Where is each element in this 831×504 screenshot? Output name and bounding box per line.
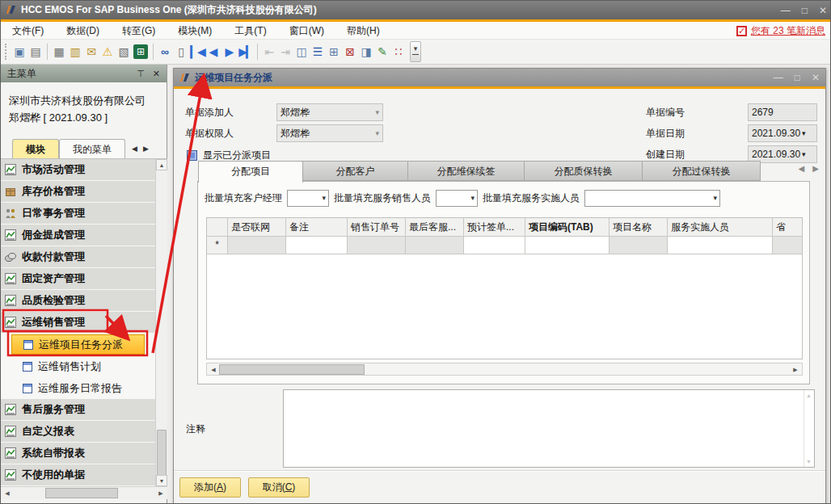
app-minimize-button[interactable]: — — [781, 5, 791, 16]
scrollbar-thumb[interactable] — [219, 364, 365, 375]
sidebar-vertical-scrollbar[interactable]: ▲ ▼ — [155, 159, 167, 486]
sidebar-item-ops-task-dispatch[interactable]: 运维项目任务分派 — [11, 334, 145, 355]
sidebar-item-quality-inspection[interactable]: 品质检验管理 — [1, 290, 167, 312]
doc-adder-combo[interactable]: 郑熠桦 ▾ — [276, 103, 383, 121]
mail-icon[interactable]: ✉ — [83, 44, 99, 60]
scroll-left-icon[interactable]: ◀ — [2, 488, 13, 498]
scroll-left-icon[interactable]: ◀ — [208, 364, 219, 375]
add-button[interactable]: 添加(A) — [179, 477, 241, 498]
app-maximize-button[interactable]: □ — [802, 5, 808, 16]
doc-owner-combo[interactable]: 郑熠桦 ▾ — [276, 124, 383, 142]
column-project-code[interactable]: 项目编码(TAB) — [525, 218, 610, 237]
grid-settings-icon[interactable]: ∷ — [390, 44, 407, 60]
link-next-icon[interactable]: ⇥ — [277, 44, 293, 60]
table-view-icon[interactable]: ⊞ — [326, 44, 342, 60]
chart-edit-icon[interactable]: ✎ — [374, 44, 390, 60]
warning-icon[interactable]: ⚠ — [99, 44, 116, 60]
menu-data[interactable]: 数据(D) — [55, 22, 111, 40]
scroll-down-icon[interactable]: ▼ — [156, 475, 167, 486]
sidebar-item-ops-sales-plan[interactable]: 运维销售计划 — [1, 355, 167, 377]
next-record-icon[interactable]: ▶ — [221, 44, 238, 60]
tab-my-menu[interactable]: 我的菜单 — [59, 139, 125, 158]
dialog-close-button[interactable]: ✕ — [812, 72, 820, 83]
pin-icon[interactable]: ⊤ — [137, 69, 145, 79]
notepad-icon[interactable]: ▥ — [67, 44, 83, 60]
sidebar-item-system-reports[interactable]: 系统自带报表 — [1, 443, 167, 464]
batch-fill-manager-combo[interactable]: ▾ — [287, 190, 329, 207]
menu-modules[interactable]: 模块(M) — [167, 22, 223, 40]
menu-file[interactable]: 文件(F) — [1, 22, 55, 40]
sidebar-item-unused-documents[interactable]: 不使用的单据 — [1, 464, 167, 486]
dialog-maximize-button[interactable]: □ — [795, 72, 800, 83]
table-horizontal-scrollbar[interactable]: ◀ ▶ — [206, 363, 803, 376]
sidebar-item-fixed-assets[interactable]: 固定资产管理 — [1, 268, 167, 290]
row-marker[interactable]: * — [207, 237, 228, 254]
column-last-service[interactable]: 最后客服... — [406, 218, 464, 237]
org-chart-icon[interactable]: ◫ — [293, 44, 310, 60]
table-edit-icon[interactable]: ⊠ — [342, 44, 358, 60]
sidebar-item-custom-reports[interactable]: 自定义报表 — [1, 421, 167, 443]
show-assigned-checkbox[interactable] — [187, 150, 197, 161]
tab-modules[interactable]: 模块 — [12, 139, 59, 158]
column-remark[interactable]: 备注 — [286, 218, 348, 237]
sidebar-tab-next-icon[interactable]: ▶ — [143, 145, 149, 153]
app-close-button[interactable]: ✕ — [819, 5, 827, 16]
dialog-minimize-button[interactable]: — — [774, 72, 783, 83]
cancel-button[interactable]: 取消(C) — [248, 477, 310, 498]
remarks-textarea[interactable]: ▲ ▼ — [283, 389, 815, 468]
scrollbar-thumb[interactable] — [45, 488, 118, 498]
tab-scroll-left-icon[interactable]: ◀ — [799, 164, 805, 173]
menu-help[interactable]: 帮助(H) — [335, 22, 391, 40]
cell-expected-sign[interactable] — [464, 237, 525, 254]
column-online[interactable]: 是否联网 — [228, 218, 286, 237]
batch-fill-implementer-combo[interactable]: ▾ — [584, 190, 720, 207]
tab-scroll-right-icon[interactable]: ▶ — [812, 164, 819, 173]
sidebar-tab-prev-icon[interactable]: ◀ — [132, 145, 137, 153]
toolbar-grip[interactable] — [5, 44, 9, 60]
sidebar-item-market-activity[interactable]: 市场活动管理 — [1, 159, 167, 181]
new-document-icon[interactable]: ▯ — [173, 44, 189, 60]
phone-icon[interactable]: ▦ — [51, 44, 67, 60]
sidebar-item-daily-affairs[interactable]: 日常事务管理 — [1, 203, 167, 225]
last-record-icon[interactable]: ▶▎ — [238, 44, 254, 60]
scroll-down-icon[interactable]: ▼ — [806, 459, 812, 464]
cell-remark[interactable] — [286, 237, 348, 254]
print-icon[interactable]: ▤ — [27, 44, 44, 60]
remarks-scrollbar[interactable]: ▲ ▼ — [804, 390, 814, 467]
sidebar-item-payments[interactable]: 收款付款管理 — [1, 246, 167, 268]
tab-assign-postwarranty-conversion[interactable]: 分配过保转换 — [643, 161, 761, 181]
scroll-up-icon[interactable]: ▲ — [156, 159, 167, 170]
previous-record-icon[interactable]: ◀ — [205, 44, 221, 60]
find-icon[interactable]: ∞ — [157, 44, 173, 60]
scroll-right-icon[interactable]: ▶ — [155, 488, 167, 498]
new-messages-link[interactable]: ✓ 您有 23 笔新消息 — [736, 22, 825, 40]
link-previous-icon[interactable]: ⇤ — [261, 44, 277, 60]
tab-assign-project[interactable]: 分配项目 — [198, 161, 303, 183]
toolbar-overflow-button[interactable]: ▾ — [410, 41, 421, 62]
tab-assign-maintenance-renewal[interactable]: 分配维保续签 — [408, 161, 525, 181]
print-preview-icon[interactable]: ▣ — [11, 44, 27, 60]
sidebar-item-ops-sales-management[interactable]: 运维销售管理 — [1, 312, 167, 334]
sidebar-item-after-sales[interactable]: 售后服务管理 — [1, 399, 167, 421]
menu-goto[interactable]: 转至(G) — [111, 22, 167, 40]
panel-close-icon[interactable]: ✕ — [153, 69, 160, 79]
sidebar-item-commission[interactable]: 佣金提成管理 — [1, 225, 167, 246]
paste-icon[interactable]: ▧ — [116, 44, 132, 60]
tab-assign-customer[interactable]: 分配客户 — [303, 161, 408, 181]
sidebar-horizontal-scrollbar[interactable]: ◀ ▶ — [1, 486, 167, 499]
first-record-icon[interactable]: ▎◀ — [189, 44, 205, 60]
column-service-implementer[interactable]: 服务实施人员 — [668, 218, 773, 237]
list-view-icon[interactable]: ☰ — [310, 44, 326, 60]
excel-export-icon[interactable]: ⊞ — [133, 44, 148, 59]
cell-project-code[interactable] — [525, 237, 610, 254]
column-expected-sign[interactable]: 预计签单... — [464, 218, 525, 237]
sidebar-item-ops-daily-report[interactable]: 运维服务日常报告 — [1, 377, 167, 399]
column-project-name[interactable]: 项目名称 — [610, 218, 668, 237]
menu-window[interactable]: 窗口(W) — [278, 22, 335, 40]
doc-date-field[interactable]: 2021.09.30 ▾ — [748, 124, 817, 142]
query-view-icon[interactable]: ◨ — [358, 44, 374, 60]
tab-assign-warranty-conversion[interactable]: 分配质保转换 — [525, 161, 643, 181]
column-province[interactable]: 省 — [773, 218, 803, 237]
column-sales-order-no[interactable]: 销售订单号 — [348, 218, 406, 237]
sidebar-item-inventory-price[interactable]: 库存价格管理 — [1, 181, 167, 203]
